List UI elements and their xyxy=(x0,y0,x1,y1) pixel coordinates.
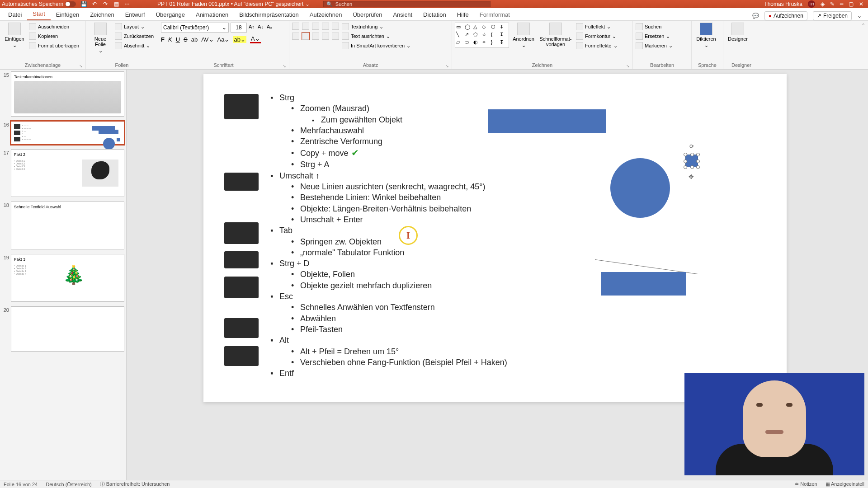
strike-button[interactable]: S xyxy=(184,36,188,43)
tab-start[interactable]: Start xyxy=(27,8,50,20)
minimize-icon[interactable]: ━ xyxy=(840,1,843,7)
tab-aufzeichnen[interactable]: Aufzeichnen xyxy=(304,9,348,20)
arrange-button[interactable]: Anordnen⌄ xyxy=(512,23,535,48)
dialog-launcher-icon[interactable]: ↘ xyxy=(283,64,286,68)
select-button[interactable]: Markieren ⌄ xyxy=(636,42,673,50)
align-text-button[interactable]: Text ausrichten ⌄ xyxy=(342,32,410,40)
align-left-icon[interactable] xyxy=(292,33,299,40)
save-icon[interactable]: 💾 xyxy=(80,1,87,7)
layout-button[interactable]: Layout ⌄ xyxy=(115,23,154,31)
shape-small-square-selected[interactable]: ⟳ ✥ xyxy=(685,155,698,167)
justify-icon[interactable] xyxy=(322,33,329,40)
slide-text[interactable]: StrgZoomen (Mausrad)Zum gewählten Objekt… xyxy=(270,92,524,379)
thumb-slide-20[interactable]: They went to Sahara… You wouldn´t believ… xyxy=(11,306,124,352)
move-handle-icon[interactable]: ✥ xyxy=(689,173,694,180)
tab-entwurf[interactable]: Entwurf xyxy=(120,9,151,20)
slide-thumbnails[interactable]: 15 Tastenkombinationen 16 ▪ ─ ─▪ ─ ─ ─▪ … xyxy=(0,70,127,480)
tab-uebergaenge[interactable]: Übergänge xyxy=(151,9,190,20)
indent-inc-icon[interactable] xyxy=(322,23,329,30)
thumb-slide-17[interactable]: Fakt 2 • Detail 1• Detail 2• Detail 3• D… xyxy=(11,149,124,197)
thumb-slide-16[interactable]: ▪ ─ ─▪ ─ ─ ─▪ ─▪ ─ ─▪ ─▪ ─ ─ ─ xyxy=(11,121,124,145)
numbering-icon[interactable] xyxy=(302,23,309,30)
highlight-button[interactable]: ab⌄ xyxy=(233,36,246,43)
display-settings-button[interactable]: ▦ Anzeigeeinstell xyxy=(826,481,864,487)
copy-button[interactable]: Kopieren xyxy=(29,32,79,40)
search-input[interactable]: 🔍Suchen xyxy=(323,1,491,7)
reset-button[interactable]: Zurücksetzen xyxy=(115,32,154,40)
coming-soon-icon[interactable]: ◈ xyxy=(821,1,825,7)
shape-effects-button[interactable]: Formeffekte ⌄ xyxy=(576,42,618,50)
section-button[interactable]: Abschnitt ⌄ xyxy=(115,42,154,50)
status-accessibility[interactable]: ⓘ Barrierefreiheit: Untersuchen xyxy=(100,481,170,488)
autosave-toggle[interactable]: Automatisches Speichern xyxy=(2,1,76,7)
format-painter-button[interactable]: Format übertragen xyxy=(29,42,79,50)
replace-button[interactable]: Ersetzen ⌄ xyxy=(636,32,673,40)
tab-ansicht[interactable]: Ansicht xyxy=(387,9,418,20)
italic-button[interactable]: K xyxy=(168,36,172,43)
columns-icon[interactable] xyxy=(332,33,339,40)
shape-rect-bottom[interactable] xyxy=(601,272,686,296)
dictate-button[interactable]: Diktieren⌄ xyxy=(694,23,718,48)
underline-button[interactable]: U xyxy=(176,36,180,43)
line-spacing-icon[interactable] xyxy=(332,23,339,30)
dialog-launcher-icon[interactable]: ↘ xyxy=(79,64,83,68)
find-button[interactable]: Suchen xyxy=(636,23,673,31)
thumb-slide-18[interactable]: Schnelle Textfeld Auswahl xyxy=(11,202,124,249)
avatar[interactable]: TH xyxy=(808,0,815,8)
maximize-icon[interactable]: ▢ xyxy=(849,1,854,7)
status-lang[interactable]: Deutsch (Österreich) xyxy=(46,482,91,487)
font-color-button[interactable]: A⌄ xyxy=(250,35,261,43)
shadow-button[interactable]: ab xyxy=(191,36,198,43)
bold-button[interactable]: F xyxy=(161,36,165,43)
tab-hilfe[interactable]: Hilfe xyxy=(452,9,474,20)
shape-fill-button[interactable]: Fülleffekt ⌄ xyxy=(576,23,618,31)
dialog-launcher-icon[interactable]: ↘ xyxy=(626,64,630,68)
undo-icon[interactable]: ↶ xyxy=(91,1,98,7)
case-button[interactable]: Aa⌄ xyxy=(217,36,230,43)
rotate-handle-icon[interactable]: ⟳ xyxy=(689,143,694,150)
tab-animationen[interactable]: Animationen xyxy=(190,9,234,20)
align-right-icon[interactable] xyxy=(312,33,319,40)
grow-font-icon[interactable]: A↑ xyxy=(249,24,256,31)
ink-icon[interactable]: ✎ xyxy=(830,1,835,7)
cut-button[interactable]: Ausschneiden xyxy=(29,23,79,31)
tab-dictation[interactable]: Dictation xyxy=(418,9,452,20)
tab-bildschirmpraesentation[interactable]: Bildschirmpräsentation xyxy=(234,9,304,20)
shapes-gallery[interactable]: ▭◯△◇⬡↧ ╲↗⬠☆{↧ ▱⬭◐✧}↧ xyxy=(455,23,509,48)
quick-styles-button[interactable]: Schnellformat- vorlagen xyxy=(538,23,573,47)
tab-datei[interactable]: Datei xyxy=(3,9,27,20)
share-button[interactable]: ↗ Freigeben xyxy=(813,11,852,20)
text-direction-button[interactable]: Textrichtung ⌄ xyxy=(342,23,410,31)
comments-icon[interactable]: 💬 xyxy=(752,13,759,19)
shape-outline-button[interactable]: Formkontur ⌄ xyxy=(576,32,618,40)
collapse-ribbon-icon[interactable]: ⌃ xyxy=(859,21,868,69)
user-name[interactable]: Thomas Hruska xyxy=(764,1,802,7)
font-size-dropdown[interactable]: 18 xyxy=(231,23,247,33)
thumb-slide-15[interactable]: Tastenkombinationen xyxy=(11,71,124,117)
spacing-button[interactable]: AV⌄ xyxy=(201,36,213,43)
tab-formformat[interactable]: Formformat xyxy=(474,9,515,20)
tab-zeichnen[interactable]: Zeichnen xyxy=(85,9,119,20)
font-name-dropdown[interactable]: Calibri (Textkörper)⌄ xyxy=(161,23,229,33)
notes-button[interactable]: ≐ Notizen xyxy=(795,481,817,487)
shape-rect-top[interactable] xyxy=(488,109,606,133)
close-icon[interactable]: ✕ xyxy=(859,1,863,7)
ribbon-collapse-icon[interactable]: ⌄ xyxy=(857,13,862,19)
slideshow-icon[interactable]: ▤ xyxy=(113,1,119,7)
shrink-font-icon[interactable]: A↓ xyxy=(258,24,265,31)
align-center-icon[interactable] xyxy=(302,33,309,40)
designer-button[interactable]: Designer xyxy=(726,23,750,42)
shape-circle[interactable] xyxy=(610,158,670,218)
clear-format-icon[interactable]: Aᵩ xyxy=(267,24,274,31)
dialog-launcher-icon[interactable]: ↘ xyxy=(445,64,449,68)
more-qa-icon[interactable]: ⋯ xyxy=(124,1,130,7)
bullets-icon[interactable] xyxy=(292,23,299,30)
smartart-button[interactable]: In SmartArt konvertieren ⌄ xyxy=(342,42,410,50)
indent-dec-icon[interactable] xyxy=(312,23,319,30)
tab-ueberpruefen[interactable]: Überprüfen xyxy=(347,9,387,20)
record-button[interactable]: ●Aufzeichnen xyxy=(764,11,807,20)
redo-icon[interactable]: ↷ xyxy=(102,1,108,7)
new-slide-button[interactable]: Neue Folie⌄ xyxy=(89,23,112,53)
thumb-slide-19[interactable]: Fakt 3 • Details 1• Details 2• Details 3… xyxy=(11,254,124,302)
tab-einfuegen[interactable]: Einfügen xyxy=(51,9,85,20)
